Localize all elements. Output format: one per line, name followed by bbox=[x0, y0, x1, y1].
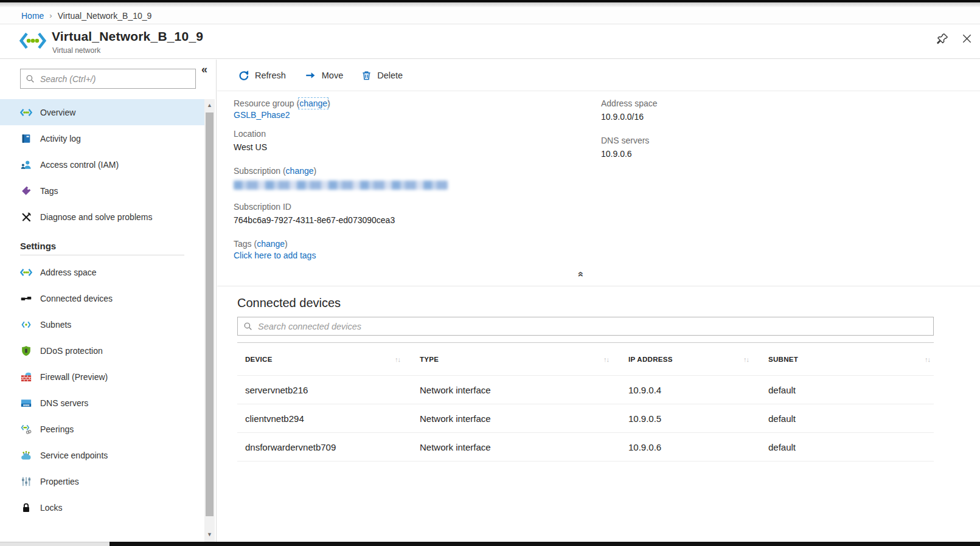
diagnose-tools-icon bbox=[20, 212, 32, 223]
sidebar-item-ddos-protection[interactable]: DDoS protection bbox=[0, 337, 205, 364]
connected-devices-heading: Connected devices bbox=[237, 294, 934, 311]
virtual-network-icon bbox=[19, 30, 46, 52]
subscription-field: Subscription (change) bbox=[234, 164, 448, 190]
scrollbar-thumb[interactable] bbox=[206, 112, 214, 516]
top-shadow bbox=[0, 2, 980, 7]
tags-field: Tags (change) Click here to add tags bbox=[234, 237, 448, 260]
table-row[interactable]: servervnetb216 Network interface 10.9.0.… bbox=[237, 376, 934, 404]
page-title: Virtual_Network_B_10_9 bbox=[52, 29, 203, 44]
cell-type: Network interface bbox=[420, 413, 628, 424]
sidebar-item-connected-devices[interactable]: Connected devices bbox=[0, 285, 205, 311]
cell-subnet: default bbox=[768, 385, 934, 395]
location-label: Location bbox=[234, 127, 448, 140]
sort-icon[interactable]: ↑↓ bbox=[603, 356, 609, 363]
sidebar-item-address-space[interactable]: Address space bbox=[0, 259, 205, 285]
sidebar-item-firewall[interactable]: Firewall (Preview) bbox=[0, 364, 205, 390]
tags-label: Tags bbox=[234, 239, 254, 249]
sidebar-item-diagnose[interactable]: Diagnose and solve problems bbox=[0, 204, 205, 230]
page-header: Virtual_Network_B_10_9 Virtual network bbox=[0, 24, 980, 59]
sidebar-item-label: Subnets bbox=[40, 320, 71, 330]
column-label: IP ADDRESS bbox=[628, 356, 673, 363]
subscription-change-link[interactable]: change bbox=[286, 166, 314, 176]
bottom-edge-gray bbox=[0, 542, 109, 546]
subscription-label: Subscription bbox=[234, 166, 283, 176]
sidebar-collapse-icon[interactable]: « bbox=[201, 63, 207, 76]
cell-device[interactable]: clientvnetb294 bbox=[245, 413, 420, 424]
sidebar-item-label: Address space bbox=[40, 268, 97, 277]
sidebar-settings-heading: Settings bbox=[0, 230, 205, 255]
sidebar-item-peerings[interactable]: Peerings bbox=[0, 416, 205, 442]
access-control-icon bbox=[20, 159, 32, 170]
cell-type: Network interface bbox=[420, 385, 628, 395]
essentials-left-column: Resource group (change) GSLB_Phase2 Loca… bbox=[234, 97, 448, 268]
pin-icon[interactable] bbox=[934, 30, 950, 46]
add-tags-link[interactable]: Click here to add tags bbox=[234, 251, 316, 260]
sidebar-item-label: Overview bbox=[40, 108, 75, 117]
cell-device[interactable]: servervnetb216 bbox=[245, 385, 420, 395]
dns-servers-field: DNS servers 10.9.0.6 bbox=[601, 134, 658, 161]
paren: ) bbox=[314, 166, 317, 176]
connected-devices-search-box bbox=[237, 317, 934, 336]
sort-icon[interactable]: ↑↓ bbox=[395, 356, 400, 363]
bottom-edge bbox=[0, 542, 980, 546]
sidebar-item-locks[interactable]: Locks bbox=[0, 494, 205, 520]
resource-group-change-link[interactable]: change bbox=[299, 98, 327, 108]
search-icon bbox=[243, 322, 253, 331]
collapse-essentials-icon[interactable]: « bbox=[576, 272, 586, 277]
firewall-icon bbox=[20, 371, 32, 382]
address-space-label: Address space bbox=[601, 97, 658, 110]
sidebar-item-overview[interactable]: Overview bbox=[0, 99, 205, 125]
sidebar-item-dns-servers[interactable]: www DNS servers bbox=[0, 390, 205, 416]
sidebar-item-access-control[interactable]: Access control (IAM) bbox=[0, 151, 205, 178]
delete-label: Delete bbox=[377, 71, 403, 80]
column-header-ip-address[interactable]: IP ADDRESS ↑↓ bbox=[628, 356, 768, 363]
sidebar-item-activity-log[interactable]: Activity log bbox=[0, 125, 205, 151]
cell-ip-address: 10.9.0.6 bbox=[628, 442, 768, 452]
move-button[interactable]: Move bbox=[304, 70, 343, 81]
location-field: Location West US bbox=[234, 127, 448, 154]
breadcrumb-home-link[interactable]: Home bbox=[21, 11, 44, 21]
sidebar-item-label: DNS servers bbox=[40, 398, 88, 408]
sidebar-scrollbar[interactable]: ▲ ▼ bbox=[204, 99, 215, 542]
sidebar-item-service-endpoints[interactable]: Service endpoints bbox=[0, 442, 205, 468]
breadcrumb: Home › Virtual_Network_B_10_9 bbox=[0, 7, 980, 24]
cell-subnet: default bbox=[768, 442, 934, 452]
subscription-value-redacted bbox=[234, 181, 448, 190]
close-icon[interactable] bbox=[959, 30, 975, 46]
page-subtitle: Virtual network bbox=[52, 46, 100, 55]
cell-ip-address: 10.9.0.5 bbox=[628, 413, 768, 424]
cell-device[interactable]: dnsforwardervnetb709 bbox=[245, 442, 420, 452]
resource-group-value-link[interactable]: GSLB_Phase2 bbox=[234, 110, 290, 120]
dns-servers-value: 10.9.0.6 bbox=[601, 147, 658, 161]
column-header-type[interactable]: TYPE ↑↓ bbox=[420, 356, 628, 363]
table-row[interactable]: clientvnetb294 Network interface 10.9.0.… bbox=[237, 404, 934, 433]
cell-type: Network interface bbox=[420, 442, 628, 452]
subscription-id-value: 764bc6a9-7927-4311-8e67-ed073090cea3 bbox=[234, 213, 448, 227]
dns-servers-label: DNS servers bbox=[601, 134, 658, 147]
refresh-icon bbox=[238, 69, 249, 81]
tags-change-link[interactable]: change bbox=[257, 239, 285, 249]
breadcrumb-current: Virtual_Network_B_10_9 bbox=[58, 11, 152, 21]
subnets-icon bbox=[20, 320, 32, 330]
activity-log-icon bbox=[20, 133, 32, 144]
sidebar-search-input[interactable] bbox=[40, 74, 190, 84]
sidebar-item-properties[interactable]: Properties bbox=[0, 468, 205, 494]
table-row[interactable]: dnsforwardervnetb709 Network interface 1… bbox=[237, 433, 934, 461]
column-header-subnet[interactable]: SUBNET ↑↓ bbox=[768, 356, 934, 363]
delete-trash-icon bbox=[361, 70, 372, 81]
sidebar-item-subnets[interactable]: Subnets bbox=[0, 311, 205, 337]
delete-button[interactable]: Delete bbox=[361, 70, 403, 81]
sidebar-item-label: Tags bbox=[40, 186, 58, 196]
sidebar-item-label: Service endpoints bbox=[40, 451, 108, 460]
sort-icon[interactable]: ↑↓ bbox=[743, 356, 749, 363]
connected-devices-search-input[interactable] bbox=[258, 322, 928, 331]
scroll-up-icon[interactable]: ▲ bbox=[204, 100, 215, 110]
table-header-row: DEVICE ↑↓ TYPE ↑↓ IP ADDRESS ↑↓ SUBNET ↑… bbox=[237, 343, 934, 376]
scroll-down-icon[interactable]: ▼ bbox=[204, 530, 215, 539]
paren: ) bbox=[327, 98, 330, 108]
subscription-id-label: Subscription ID bbox=[234, 200, 448, 213]
column-header-device[interactable]: DEVICE ↑↓ bbox=[245, 356, 420, 363]
sort-icon[interactable]: ↑↓ bbox=[925, 356, 930, 363]
refresh-button[interactable]: Refresh bbox=[238, 69, 286, 81]
sidebar-item-tags[interactable]: Tags bbox=[0, 178, 205, 204]
